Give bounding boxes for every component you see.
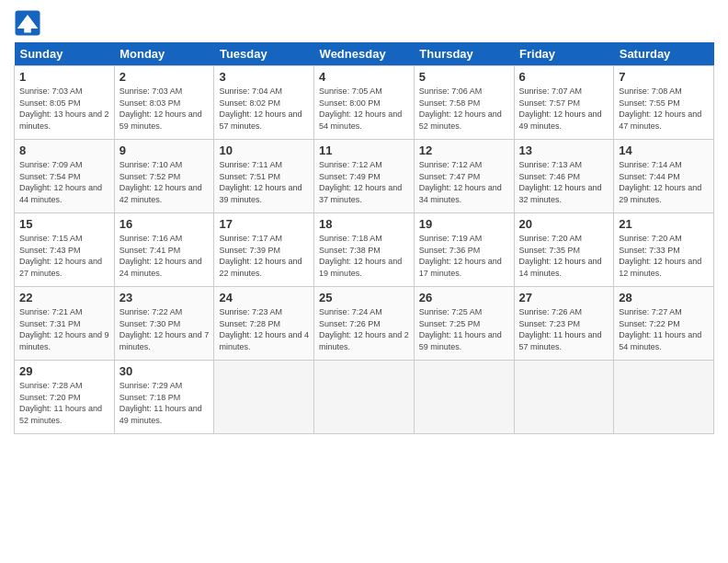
calendar-cell: 25 Sunrise: 7:24 AM Sunset: 7:26 PM Dayl… (314, 287, 415, 361)
calendar-cell: 19 Sunrise: 7:19 AM Sunset: 7:36 PM Dayl… (414, 213, 514, 287)
day-info: Sunrise: 7:19 AM Sunset: 7:36 PM Dayligh… (419, 233, 509, 279)
day-info: Sunrise: 7:18 AM Sunset: 7:38 PM Dayligh… (319, 233, 409, 279)
day-info: Sunrise: 7:11 AM Sunset: 7:51 PM Dayligh… (219, 159, 309, 205)
day-info: Sunrise: 7:22 AM Sunset: 7:30 PM Dayligh… (119, 306, 210, 352)
day-info: Sunrise: 7:27 AM Sunset: 7:22 PM Dayligh… (619, 306, 709, 352)
day-info: Sunrise: 7:09 AM Sunset: 7:54 PM Dayligh… (19, 159, 109, 205)
day-number: 16 (119, 217, 210, 231)
day-number: 20 (519, 217, 609, 231)
calendar-table: SundayMondayTuesdayWednesdayThursdayFrid… (14, 42, 714, 434)
weekday-header-saturday: Saturday (614, 42, 714, 66)
calendar-cell: 20 Sunrise: 7:20 AM Sunset: 7:35 PM Dayl… (514, 213, 614, 287)
day-number: 4 (319, 70, 409, 84)
calendar-week-3: 15 Sunrise: 7:15 AM Sunset: 7:43 PM Dayl… (15, 213, 714, 287)
day-info: Sunrise: 7:26 AM Sunset: 7:23 PM Dayligh… (519, 306, 609, 352)
day-number: 8 (19, 144, 109, 157)
calendar-cell (514, 361, 614, 434)
day-number: 7 (619, 70, 709, 84)
weekday-header-row: SundayMondayTuesdayWednesdayThursdayFrid… (15, 42, 714, 66)
calendar-cell: 13 Sunrise: 7:13 AM Sunset: 7:46 PM Dayl… (514, 140, 614, 213)
day-number: 9 (119, 144, 210, 157)
calendar-cell (414, 361, 514, 434)
weekday-header-sunday: Sunday (15, 42, 115, 66)
day-number: 25 (319, 291, 409, 304)
day-number: 3 (219, 70, 309, 84)
day-number: 5 (419, 70, 509, 84)
calendar-cell: 16 Sunrise: 7:16 AM Sunset: 7:41 PM Dayl… (114, 213, 214, 287)
day-number: 12 (419, 144, 509, 157)
day-number: 27 (519, 291, 609, 304)
day-info: Sunrise: 7:03 AM Sunset: 8:03 PM Dayligh… (119, 86, 210, 132)
calendar-cell (614, 361, 714, 434)
svg-rect-2 (24, 29, 31, 33)
day-number: 29 (19, 364, 109, 378)
calendar-cell: 18 Sunrise: 7:18 AM Sunset: 7:38 PM Dayl… (314, 213, 415, 287)
day-number: 11 (319, 144, 409, 157)
day-info: Sunrise: 7:04 AM Sunset: 8:02 PM Dayligh… (219, 86, 309, 132)
calendar-cell: 23 Sunrise: 7:22 AM Sunset: 7:30 PM Dayl… (114, 287, 214, 361)
calendar-cell: 17 Sunrise: 7:17 AM Sunset: 7:39 PM Dayl… (214, 213, 314, 287)
day-info: Sunrise: 7:25 AM Sunset: 7:25 PM Dayligh… (419, 306, 509, 352)
day-info: Sunrise: 7:28 AM Sunset: 7:20 PM Dayligh… (19, 380, 109, 426)
logo-icon (14, 9, 41, 37)
calendar-cell: 10 Sunrise: 7:11 AM Sunset: 7:51 PM Dayl… (214, 140, 314, 213)
calendar-cell: 28 Sunrise: 7:27 AM Sunset: 7:22 PM Dayl… (614, 287, 714, 361)
logo (14, 9, 45, 37)
day-info: Sunrise: 7:08 AM Sunset: 7:55 PM Dayligh… (619, 86, 709, 132)
calendar-cell: 29 Sunrise: 7:28 AM Sunset: 7:20 PM Dayl… (15, 361, 115, 434)
calendar-cell: 21 Sunrise: 7:20 AM Sunset: 7:33 PM Dayl… (614, 213, 714, 287)
day-info: Sunrise: 7:23 AM Sunset: 7:28 PM Dayligh… (219, 306, 309, 352)
calendar-cell: 14 Sunrise: 7:14 AM Sunset: 7:44 PM Dayl… (614, 140, 714, 213)
calendar-page: SundayMondayTuesdayWednesdayThursdayFrid… (0, 0, 728, 563)
day-number: 28 (619, 291, 709, 304)
calendar-cell: 1 Sunrise: 7:03 AM Sunset: 8:05 PM Dayli… (15, 66, 115, 140)
day-info: Sunrise: 7:06 AM Sunset: 7:58 PM Dayligh… (419, 86, 509, 132)
day-number: 21 (619, 217, 709, 231)
calendar-cell: 2 Sunrise: 7:03 AM Sunset: 8:03 PM Dayli… (114, 66, 214, 140)
day-info: Sunrise: 7:16 AM Sunset: 7:41 PM Dayligh… (119, 233, 210, 279)
weekday-header-friday: Friday (514, 42, 614, 66)
day-number: 19 (419, 217, 509, 231)
calendar-cell: 8 Sunrise: 7:09 AM Sunset: 7:54 PM Dayli… (15, 140, 115, 213)
day-number: 2 (119, 70, 210, 84)
day-number: 24 (219, 291, 309, 304)
day-info: Sunrise: 7:13 AM Sunset: 7:46 PM Dayligh… (519, 159, 609, 205)
day-info: Sunrise: 7:24 AM Sunset: 7:26 PM Dayligh… (319, 306, 409, 352)
day-info: Sunrise: 7:07 AM Sunset: 7:57 PM Dayligh… (519, 86, 609, 132)
day-number: 23 (119, 291, 210, 304)
calendar-cell: 5 Sunrise: 7:06 AM Sunset: 7:58 PM Dayli… (414, 66, 514, 140)
calendar-week-2: 8 Sunrise: 7:09 AM Sunset: 7:54 PM Dayli… (15, 140, 714, 213)
day-info: Sunrise: 7:17 AM Sunset: 7:39 PM Dayligh… (219, 233, 309, 279)
calendar-week-5: 29 Sunrise: 7:28 AM Sunset: 7:20 PM Dayl… (15, 361, 714, 434)
calendar-cell (214, 361, 314, 434)
day-number: 1 (19, 70, 109, 84)
calendar-cell: 9 Sunrise: 7:10 AM Sunset: 7:52 PM Dayli… (114, 140, 214, 213)
day-info: Sunrise: 7:12 AM Sunset: 7:47 PM Dayligh… (419, 159, 509, 205)
day-number: 30 (119, 364, 210, 378)
weekday-header-thursday: Thursday (414, 42, 514, 66)
weekday-header-monday: Monday (114, 42, 214, 66)
day-number: 26 (419, 291, 509, 304)
day-info: Sunrise: 7:21 AM Sunset: 7:31 PM Dayligh… (19, 306, 109, 352)
day-info: Sunrise: 7:12 AM Sunset: 7:49 PM Dayligh… (319, 159, 409, 205)
calendar-cell: 3 Sunrise: 7:04 AM Sunset: 8:02 PM Dayli… (214, 66, 314, 140)
day-number: 15 (19, 217, 109, 231)
day-info: Sunrise: 7:03 AM Sunset: 8:05 PM Dayligh… (19, 86, 109, 132)
header (14, 9, 714, 37)
day-info: Sunrise: 7:20 AM Sunset: 7:33 PM Dayligh… (619, 233, 709, 279)
day-info: Sunrise: 7:14 AM Sunset: 7:44 PM Dayligh… (619, 159, 709, 205)
day-number: 6 (519, 70, 609, 84)
day-number: 14 (619, 144, 709, 157)
day-number: 13 (519, 144, 609, 157)
day-number: 22 (19, 291, 109, 304)
calendar-cell: 22 Sunrise: 7:21 AM Sunset: 7:31 PM Dayl… (15, 287, 115, 361)
weekday-header-wednesday: Wednesday (314, 42, 415, 66)
calendar-cell: 7 Sunrise: 7:08 AM Sunset: 7:55 PM Dayli… (614, 66, 714, 140)
calendar-cell: 26 Sunrise: 7:25 AM Sunset: 7:25 PM Dayl… (414, 287, 514, 361)
day-info: Sunrise: 7:10 AM Sunset: 7:52 PM Dayligh… (119, 159, 210, 205)
weekday-header-tuesday: Tuesday (214, 42, 314, 66)
calendar-cell (314, 361, 415, 434)
day-info: Sunrise: 7:15 AM Sunset: 7:43 PM Dayligh… (19, 233, 109, 279)
day-info: Sunrise: 7:20 AM Sunset: 7:35 PM Dayligh… (519, 233, 609, 279)
calendar-cell: 15 Sunrise: 7:15 AM Sunset: 7:43 PM Dayl… (15, 213, 115, 287)
